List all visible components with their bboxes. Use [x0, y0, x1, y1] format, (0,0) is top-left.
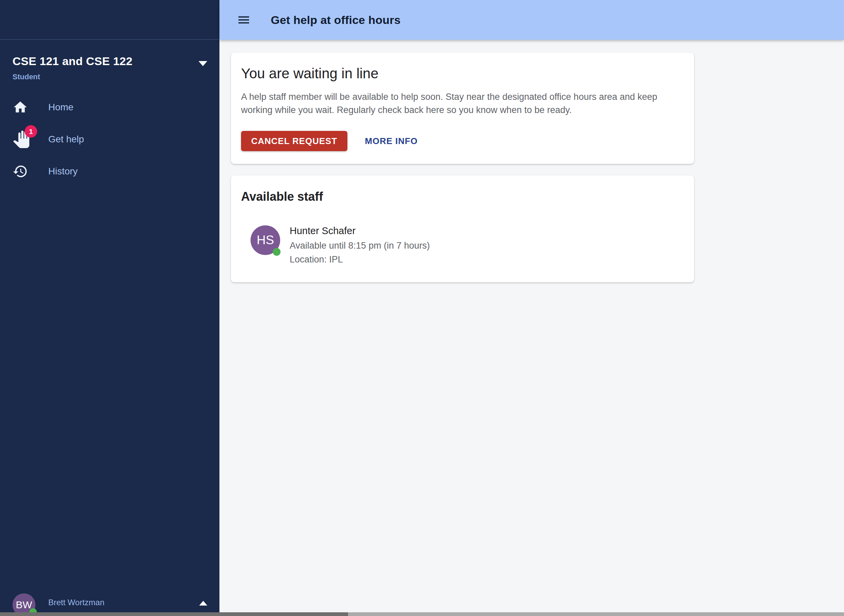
user-menu[interactable]: BW Brett Wortzman [12, 589, 207, 616]
sidebar-item-label: History [48, 166, 78, 177]
avatar: HS [250, 225, 280, 255]
cancel-request-button[interactable]: CANCEL REQUEST [241, 131, 347, 151]
sidebar: CSE 121 and CSE 122 Student Home 1 Get h… [0, 0, 219, 616]
sidebar-item-label: Get help [48, 134, 84, 145]
more-info-button[interactable]: MORE INFO [360, 131, 423, 151]
app-root: CSE 121 and CSE 122 Student Home 1 Get h… [0, 0, 844, 616]
horizontal-scrollbar[interactable] [0, 612, 844, 616]
sidebar-item-get-help[interactable]: 1 Get help [0, 129, 219, 150]
course-title: CSE 121 and CSE 122 [12, 55, 132, 68]
staff-location: Location: IPL [290, 254, 430, 265]
online-status-dot [273, 248, 281, 256]
main-area: Get help at office hours You are waiting… [219, 0, 844, 616]
avatar-initials: BW [16, 599, 32, 611]
avatar-initials: HS [257, 233, 274, 247]
sidebar-nav: Home 1 Get help History [0, 97, 219, 193]
available-staff-title: Available staff [241, 189, 684, 204]
history-icon [12, 164, 36, 179]
raised-hand-icon: 1 [12, 131, 36, 148]
sidebar-item-label: Home [48, 102, 74, 113]
staff-availability: Available until 8:15 pm (in 7 hours) [290, 241, 430, 251]
waiting-card: You are waiting in line A help staff mem… [231, 53, 694, 164]
available-staff-card: Available staff HS Hunter Schafer Availa… [231, 175, 694, 282]
staff-name: Hunter Schafer [290, 225, 430, 236]
chevron-up-icon [199, 601, 207, 606]
scrollbar-thumb[interactable] [0, 612, 348, 616]
page-content: You are waiting in line A help staff mem… [219, 40, 844, 616]
app-bar: Get help at office hours [219, 0, 844, 40]
queue-count-badge: 1 [25, 125, 37, 138]
waiting-card-title: You are waiting in line [241, 66, 684, 82]
course-selector[interactable]: CSE 121 and CSE 122 [12, 55, 207, 68]
role-label: Student [12, 73, 207, 81]
waiting-card-body: A help staff member will be available to… [241, 90, 676, 117]
user-name: Brett Wortzman [48, 598, 199, 607]
sidebar-header: CSE 121 and CSE 122 Student [0, 40, 219, 81]
page-title: Get help at office hours [271, 13, 401, 26]
sidebar-item-home[interactable]: Home [0, 97, 219, 118]
chevron-down-icon [199, 61, 207, 66]
staff-list-item: HS Hunter Schafer Available until 8:15 p… [241, 225, 684, 265]
sidebar-top-spacer [0, 0, 219, 40]
sidebar-item-history[interactable]: History [0, 161, 219, 182]
waiting-card-actions: CANCEL REQUEST MORE INFO [241, 131, 684, 151]
staff-info: Hunter Schafer Available until 8:15 pm (… [290, 225, 430, 265]
hamburger-menu-button[interactable] [236, 12, 251, 27]
home-icon [12, 100, 36, 115]
